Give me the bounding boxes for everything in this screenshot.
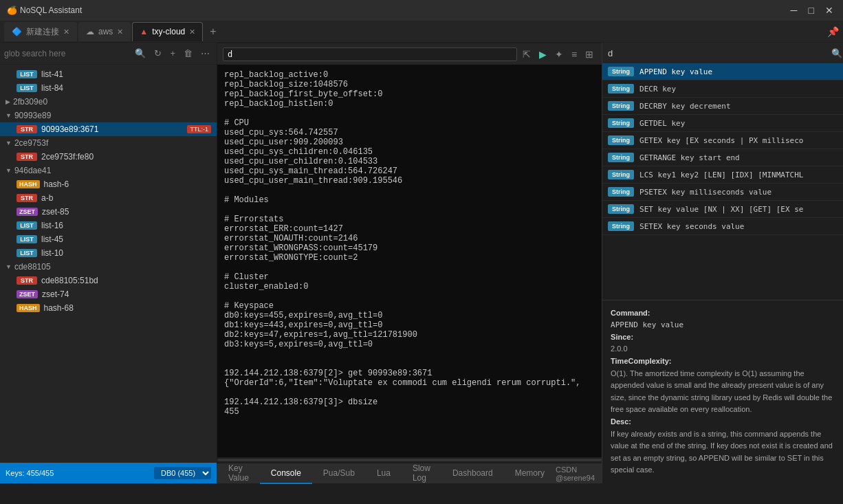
type-badge: HASH [17,180,40,188]
grid-view-icon[interactable]: ⊞ [582,47,596,61]
group-label: 90993e89 [14,111,51,120]
group-header-90993e89[interactable]: ▼ 90993e89 [0,109,217,122]
key-name: a-b [41,193,53,203]
command-input[interactable] [223,47,517,61]
tab-new-conn[interactable]: 🔷 新建连接 ✕ [4,22,77,41]
tab-icon: ▲ [140,27,148,36]
main-layout: 🔍 ↻ + 🗑 ⋯ LIST list-41 LIST list-84 ▶ 2f… [0,43,843,483]
cmd-item[interactable]: String PSETEX key milliseconds value [602,184,843,201]
cmd-type-badge: String [608,118,634,128]
center-panel: ⇱ ▶ ✦ ≡ ⊞ repl_backlog_active:0 repl_bac… [217,43,602,483]
tab-close-icon[interactable]: ✕ [117,28,123,36]
list-item[interactable]: ZSET zset-74 [0,287,217,301]
desc-value: If key already exists and is a string, t… [611,430,833,474]
command-detail: Command: APPEND key value Since: 2.0.0 T… [602,300,843,483]
window-controls: ─ □ ✕ [788,5,836,16]
tab-dashboard[interactable]: Dashboard [441,463,504,484]
type-badge: STR [17,153,37,161]
tab-close-icon[interactable]: ✕ [63,28,69,36]
list-item[interactable]: LIST list-84 [0,81,217,95]
cmd-item[interactable]: String SETEX key seconds value [602,218,843,235]
cmd-item[interactable]: String DECR key [602,80,843,98]
cmd-item[interactable]: String GETDEL key [602,115,843,132]
list-item[interactable]: STR cde88105:51bd [0,274,217,287]
type-badge: STR [17,276,37,285]
cmd-item[interactable]: String GETRANGE key start end [602,149,843,166]
cmd-text: GETRANGE key start end [639,153,740,162]
cmd-item[interactable]: String SET key value [NX | XX] [GET] [EX… [602,201,843,218]
list-item[interactable]: STR 90993e89:3671 TTL:-1 [0,122,217,136]
db-selector[interactable]: DB0 (455) DB1 (443) DB2 (47) DB3 (5) [154,467,211,479]
type-badge: LIST [17,221,37,230]
footer-text: CSDN @serene94 [556,465,602,482]
cmd-type-badge: String [608,101,634,111]
pin-icon[interactable]: 📌 [827,26,839,37]
tab-close-icon[interactable]: ✕ [189,28,195,36]
cmd-type-badge: String [608,221,634,231]
sidebar-keys: LIST list-41 LIST list-84 ▶ 2fb309e0 ▼ 9… [0,65,217,463]
tab-lua[interactable]: Lua [366,463,402,484]
app-logo-icon: 🍊 [7,6,17,15]
list-item[interactable]: HASH hash-6 [0,177,217,191]
cmd-item[interactable]: String GETEX key [EX seconds | PX millis… [602,132,843,149]
complexity-label: TimeComplexity: [611,357,671,365]
close-button[interactable]: ✕ [822,5,836,16]
tab-aws[interactable]: ☁ aws ✕ [78,22,131,41]
key-name: list-84 [41,83,63,93]
list-item[interactable]: HASH hash-68 [0,301,217,315]
list-item[interactable]: LIST list-10 [0,246,217,260]
tab-console[interactable]: Console [260,463,312,484]
tab-memory[interactable]: Memory [504,463,556,484]
expand-icon[interactable]: ⇱ [520,47,534,61]
minimize-button[interactable]: ─ [788,5,800,16]
key-name: cde88105:51bd [41,276,98,285]
refresh-icon[interactable]: ↻ [151,47,164,60]
cmd-item[interactable]: String LCS key1 key2 [LEN] [IDX] [MINMAT… [602,166,843,184]
cmd-text: DECRBY key decrement [639,102,730,111]
list-item[interactable]: STR a-b [0,191,217,205]
right-search-input[interactable] [608,48,827,58]
key-name: list-45 [41,234,63,244]
add-icon[interactable]: + [167,47,178,60]
new-tab-button[interactable]: + [204,25,221,38]
group-header-2ce9753f[interactable]: ▼ 2ce9753f [0,136,217,150]
cmd-type-badge: String [608,170,634,179]
group-header-2fb309e0[interactable]: ▶ 2fb309e0 [0,95,217,109]
delete-icon[interactable]: 🗑 [181,47,195,60]
horizontal-scrollbar[interactable] [217,457,602,463]
run-button[interactable]: ▶ [536,47,549,61]
list-item[interactable]: LIST list-45 [0,232,217,246]
cmd-item[interactable]: String APPEND key value [602,63,843,80]
cmd-item[interactable]: String DECRBY key decrement [602,98,843,115]
tab-slow-log[interactable]: Slow Log [402,463,441,484]
search-input[interactable] [4,49,129,58]
list-item[interactable]: LIST list-16 [0,219,217,232]
group-header-cde88105[interactable]: ▼ cde88105 [0,260,217,274]
command-list: String APPEND key value String DECR key … [602,63,843,300]
chevron-down-icon: ▼ [6,112,12,119]
sidebar: 🔍 ↻ + 🗑 ⋯ LIST list-41 LIST list-84 ▶ 2f… [0,43,217,483]
maximize-button[interactable]: □ [806,5,817,16]
more-icon[interactable]: ⋯ [198,47,212,60]
keys-count: Keys: 455/455 [6,469,149,477]
key-name: list-10 [41,248,63,258]
tab-label: aws [98,27,113,36]
group-label: cde88105 [14,262,51,272]
cmd-type-badge: String [608,153,634,162]
format-icon[interactable]: ✦ [552,47,566,61]
list-view-icon[interactable]: ≡ [569,47,580,61]
list-item[interactable]: LIST list-41 [0,67,217,81]
tab-txy-cloud[interactable]: ▲ txy-cloud ✕ [132,22,203,41]
tab-key-value[interactable]: Key Value [217,463,260,484]
list-item[interactable]: ZSET zset-85 [0,205,217,219]
group-header-946dae41[interactable]: ▼ 946dae41 [0,164,217,177]
tab-label: txy-cloud [152,27,185,36]
cmd-text: GETEX key [EX seconds | PX milliseco [639,136,803,145]
key-name: 90993e89:3671 [41,124,98,134]
tab-icon: ☁ [86,27,94,36]
key-name: 2ce9753f:fe80 [41,152,94,162]
search-icon[interactable]: 🔍 [831,48,842,58]
list-item[interactable]: STR 2ce9753f:fe80 [0,150,217,164]
tab-pua-sub[interactable]: Pua/Sub [312,463,366,484]
search-icon[interactable]: 🔍 [132,47,149,60]
